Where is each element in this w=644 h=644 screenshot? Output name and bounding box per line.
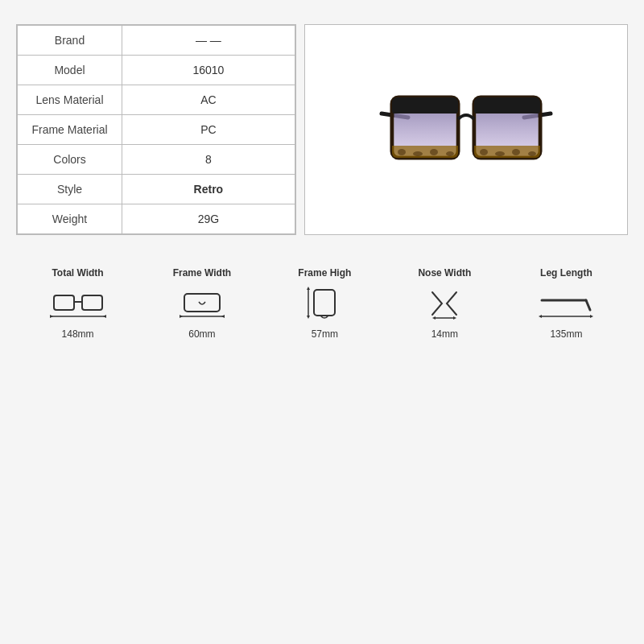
svg-marker-31 xyxy=(221,315,225,318)
svg-rect-28 xyxy=(184,294,220,312)
svg-line-40 xyxy=(586,300,590,310)
nose-width-icon xyxy=(424,283,464,324)
frame-high-icon xyxy=(304,283,345,324)
svg-rect-21 xyxy=(474,97,540,114)
spec-value: 29G xyxy=(122,204,295,234)
measure-nose-width: Nose Width 14mm xyxy=(418,267,471,340)
total-width-icon xyxy=(50,283,106,324)
total-width-label: Total Width xyxy=(52,267,103,279)
spec-label: Brand xyxy=(18,26,122,56)
measure-total-width: Total Width 148mm xyxy=(50,267,106,340)
spec-value: Retro xyxy=(122,175,295,204)
svg-marker-26 xyxy=(50,315,53,318)
spec-label: Lens Material xyxy=(18,85,122,115)
svg-marker-34 xyxy=(307,287,310,290)
measure-frame-high: Frame High 57mm xyxy=(298,267,351,340)
spec-label: Frame Material xyxy=(18,115,122,145)
svg-rect-18 xyxy=(392,97,458,114)
frame-high-label: Frame High xyxy=(298,267,351,279)
svg-point-9 xyxy=(398,149,406,155)
svg-marker-27 xyxy=(103,315,106,318)
nose-width-label: Nose Width xyxy=(418,267,471,279)
nose-width-value: 14mm xyxy=(431,328,458,340)
spec-value: — — xyxy=(122,26,295,56)
frame-width-icon xyxy=(178,283,226,324)
svg-marker-37 xyxy=(432,316,436,320)
svg-rect-22 xyxy=(54,295,74,310)
top-section: Brand— —Model16010Lens MaterialACFrame M… xyxy=(16,24,628,235)
spec-value: 8 xyxy=(122,145,295,175)
measure-frame-width: Frame Width 60mm xyxy=(173,267,232,340)
measurements-section: Total Width 148mm Frame Width xyxy=(16,267,628,340)
spec-label: Weight xyxy=(18,204,122,234)
svg-marker-30 xyxy=(180,315,183,318)
measure-leg-length: Leg Length 135mm xyxy=(538,267,594,340)
spec-label: Colors xyxy=(18,145,122,175)
svg-point-16 xyxy=(512,149,520,155)
svg-point-12 xyxy=(446,151,454,156)
product-image-container xyxy=(304,24,628,235)
frame-width-label: Frame Width xyxy=(173,267,232,279)
svg-point-17 xyxy=(528,151,536,156)
svg-rect-23 xyxy=(82,295,102,310)
leg-length-label: Leg Length xyxy=(540,267,592,279)
specs-table: Brand— —Model16010Lens MaterialACFrame M… xyxy=(17,25,295,234)
svg-marker-42 xyxy=(539,315,542,318)
total-width-value: 148mm xyxy=(62,328,94,340)
spec-label: Style xyxy=(18,175,122,204)
frame-width-value: 60mm xyxy=(188,328,215,340)
spec-value: PC xyxy=(122,115,295,145)
spec-value: 16010 xyxy=(122,56,295,85)
leg-length-icon xyxy=(538,283,594,324)
svg-point-14 xyxy=(480,149,488,155)
spec-value: AC xyxy=(122,85,295,115)
svg-marker-35 xyxy=(307,316,310,319)
svg-marker-43 xyxy=(590,315,593,318)
svg-rect-32 xyxy=(314,290,335,316)
svg-point-15 xyxy=(495,151,505,156)
svg-point-11 xyxy=(430,149,438,155)
sunglasses-image xyxy=(378,65,555,194)
svg-marker-38 xyxy=(453,316,456,320)
svg-point-10 xyxy=(413,151,423,156)
spec-label: Model xyxy=(18,56,122,85)
leg-length-value: 135mm xyxy=(550,328,582,340)
specs-table-container: Brand— —Model16010Lens MaterialACFrame M… xyxy=(16,24,296,235)
frame-high-value: 57mm xyxy=(312,328,338,340)
